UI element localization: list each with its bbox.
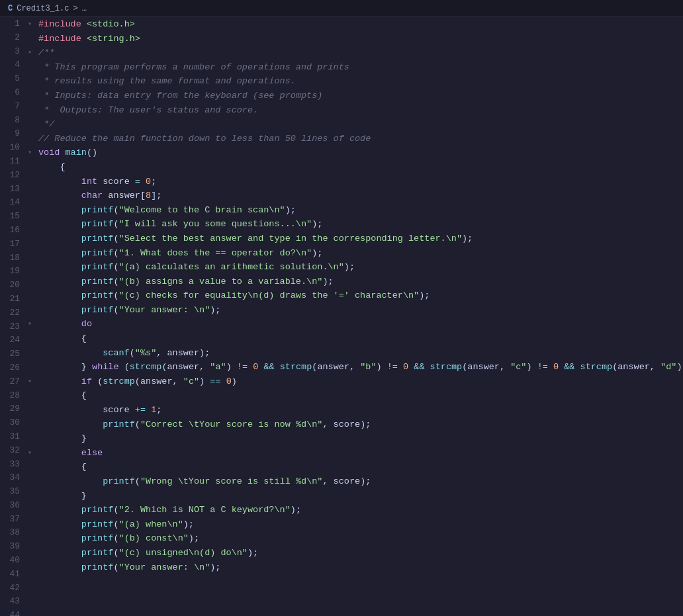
- line-number: 40: [3, 554, 20, 568]
- code-line: {: [28, 388, 683, 403]
- fold-arrow[interactable]: [28, 19, 38, 30]
- line-number: 4: [3, 58, 20, 72]
- line-number: 43: [3, 595, 20, 609]
- code-line: else: [28, 446, 683, 461]
- line-number: 2: [3, 31, 20, 45]
- line-number: 10: [3, 141, 20, 155]
- code-line: score += 1;: [28, 403, 683, 418]
- code-text: else: [38, 446, 683, 461]
- fold-arrow[interactable]: [28, 148, 38, 158]
- fold-arrow[interactable]: [28, 319, 38, 330]
- code-text: * This program performs a number of oper…: [38, 60, 683, 75]
- code-line: * Inputs: data entry from the keyboard (…: [28, 89, 683, 103]
- code-area[interactable]: #include <stdio.h>#include <string.h>/**…: [25, 17, 683, 616]
- line-number: 25: [3, 347, 20, 361]
- line-number: 24: [3, 333, 20, 347]
- line-number: 34: [3, 471, 20, 485]
- line-number: 41: [3, 568, 20, 582]
- code-text: printf("Your answer: \n");: [38, 560, 683, 575]
- code-text: int score = 0;: [38, 175, 683, 189]
- code-line: int score = 0;: [28, 175, 683, 189]
- code-line: * This program performs a number of oper…: [28, 60, 683, 75]
- line-number: 15: [3, 210, 20, 224]
- fold-arrow[interactable]: [28, 48, 38, 58]
- code-line: char answer[8];: [28, 189, 683, 203]
- code-text: printf("(c) checks for equality\n(d) dra…: [38, 288, 683, 303]
- breadcrumb-separator: >: [73, 4, 77, 13]
- code-line: printf("2. Which is NOT a C keyword?\n")…: [28, 503, 683, 517]
- fold-arrow[interactable]: [28, 448, 38, 459]
- code-text: }: [38, 489, 683, 504]
- code-text: #include <string.h>: [38, 32, 683, 46]
- line-number: 33: [3, 458, 20, 472]
- line-number: 3: [3, 45, 20, 59]
- line-number: 21: [3, 292, 20, 306]
- line-number: 14: [3, 196, 20, 210]
- line-number: 19: [3, 265, 20, 279]
- filename: Credit3_1.c: [17, 4, 69, 13]
- code-text: {: [38, 331, 683, 346]
- code-line: printf("(c) checks for equality\n(d) dra…: [28, 288, 683, 303]
- line-number: 30: [3, 416, 20, 430]
- code-line: printf("(a) calculates an arithmetic sol…: [28, 260, 683, 275]
- code-line: /**: [28, 46, 683, 60]
- line-number: 29: [3, 402, 20, 416]
- code-text: }: [38, 431, 683, 446]
- code-text: printf("Wrong \tYour score is still %d\n…: [38, 474, 683, 489]
- code-text: do: [38, 317, 683, 331]
- code-line: printf("(b) assigns a value to a variabl…: [28, 275, 683, 289]
- code-text: // Reduce the main function down to less…: [38, 132, 683, 146]
- breadcrumb-ellipsis: …: [82, 4, 87, 13]
- code-container: 1234567891011121314151617181920212223242…: [0, 17, 683, 616]
- code-text: * Inputs: data entry from the keyboard (…: [38, 89, 683, 103]
- line-number: 20: [3, 279, 20, 292]
- code-line: printf("Your answer: \n");: [28, 303, 683, 318]
- line-number: 1: [3, 17, 20, 31]
- code-line: #include <string.h>: [28, 32, 683, 46]
- code-line: * Outputs: The user's status and score.: [28, 103, 683, 118]
- code-text: if (strcmp(answer, "c") == 0): [38, 374, 683, 389]
- code-text: printf("Welcome to the C brain scan\n");: [38, 203, 683, 218]
- line-number: 32: [3, 444, 20, 458]
- code-line: {: [28, 331, 683, 346]
- code-text: void main(): [38, 146, 683, 160]
- line-number: 39: [3, 540, 20, 554]
- code-text: printf("(b) assigns a value to a variabl…: [38, 275, 683, 289]
- line-number: 5: [3, 72, 20, 86]
- code-text: printf("I will ask you some questions...…: [38, 217, 683, 232]
- code-text: printf("Your answer: \n");: [38, 303, 683, 318]
- code-text: #include <stdio.h>: [38, 17, 683, 32]
- code-text: {: [38, 160, 683, 175]
- lang-icon: C: [8, 4, 13, 13]
- code-line: printf("Your answer: \n");: [28, 560, 683, 575]
- code-text: } while (strcmp(answer, "a") != 0 && str…: [38, 360, 683, 374]
- line-number: 28: [3, 389, 20, 403]
- line-number: 38: [3, 526, 20, 540]
- code-line: printf("Wrong \tYour score is still %d\n…: [28, 474, 683, 489]
- code-line: printf("(a) when\n");: [28, 517, 683, 532]
- code-line: printf("Select the best answer and type …: [28, 232, 683, 246]
- line-number: 44: [3, 609, 20, 616]
- code-text: /**: [38, 46, 683, 60]
- code-text: printf("(a) calculates an arithmetic sol…: [38, 260, 683, 275]
- code-text: {: [38, 388, 683, 403]
- code-text: printf("2. Which is NOT a C keyword?\n")…: [38, 503, 683, 517]
- code-line: // Reduce the main function down to less…: [28, 132, 683, 146]
- code-line: printf("(b) const\n");: [28, 531, 683, 546]
- line-number: 26: [3, 361, 20, 375]
- line-number: 6: [3, 86, 20, 100]
- code-text: printf("(a) when\n");: [38, 517, 683, 532]
- code-line: do: [28, 317, 683, 331]
- line-number: 12: [3, 169, 20, 183]
- code-line: printf("1. What does the == operator do?…: [28, 246, 683, 261]
- line-number: 7: [3, 100, 20, 114]
- code-line: {: [28, 460, 683, 474]
- code-line: if (strcmp(answer, "c") == 0): [28, 374, 683, 389]
- code-text: printf("Select the best answer and type …: [38, 232, 683, 246]
- line-number: 22: [3, 306, 20, 320]
- line-number: 8: [3, 114, 20, 128]
- line-number: 9: [3, 127, 20, 141]
- line-number: 18: [3, 251, 20, 265]
- line-number: 31: [3, 430, 20, 444]
- fold-arrow[interactable]: [28, 376, 38, 387]
